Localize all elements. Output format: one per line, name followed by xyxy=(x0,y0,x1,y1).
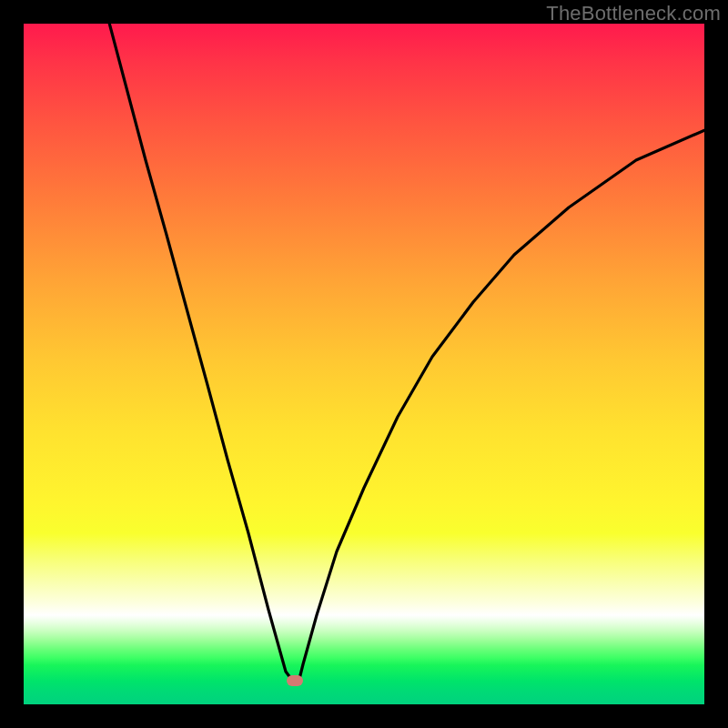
gradient-layer-2 xyxy=(24,533,704,615)
gradient-layer-1 xyxy=(24,24,704,533)
gradient-layer-4 xyxy=(24,665,704,704)
chart-plot-area xyxy=(24,24,704,704)
chart-background-gradient xyxy=(24,24,704,704)
gradient-layer-3 xyxy=(24,615,704,665)
optimal-point-marker xyxy=(287,675,303,686)
watermark-text: TheBottleneck.com xyxy=(546,2,721,25)
